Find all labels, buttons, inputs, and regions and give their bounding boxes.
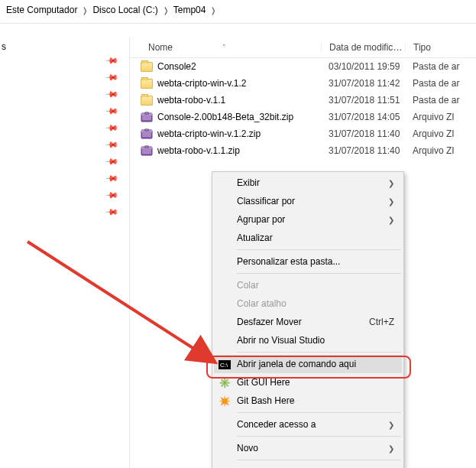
file-date: 31/07/2018 11:42 bbox=[321, 78, 405, 89]
column-headers: Nome ˄ Data de modificaç... Tipo bbox=[130, 37, 476, 58]
chevron-right-icon: ❯ bbox=[388, 197, 394, 206]
ctx-agrupar[interactable]: Agrupar por❯ bbox=[214, 210, 402, 229]
quick-access-item[interactable]: 📌 bbox=[0, 203, 129, 220]
ctx-abrir-vs[interactable]: Abrir no Visual Studio bbox=[214, 331, 402, 349]
file-type: Pasta de ar bbox=[405, 78, 476, 89]
file-type: Arquivo ZI bbox=[405, 145, 476, 156]
chevron-right-icon: ❯ bbox=[388, 179, 394, 187]
ctx-colar: Colar bbox=[214, 276, 402, 294]
pin-icon: 📌 bbox=[104, 171, 118, 185]
column-name[interactable]: Nome ˄ bbox=[130, 42, 321, 53]
file-type: Pasta de ar bbox=[405, 61, 476, 72]
chevron-right-icon: ❯ bbox=[388, 216, 394, 224]
breadcrumb-seg-1[interactable]: Este Computador bbox=[3, 5, 80, 15]
file-date: 31/07/2018 14:05 bbox=[321, 112, 405, 122]
column-name-label: Nome bbox=[148, 42, 173, 53]
cmd-icon: C:\ bbox=[219, 358, 231, 370]
divider bbox=[0, 23, 476, 24]
quick-access-item[interactable]: 📌 bbox=[0, 170, 129, 187]
file-name: webta-cripto-win-v.1.2.zip bbox=[157, 128, 261, 139]
pin-icon: 📌 bbox=[104, 70, 118, 84]
file-date: 31/07/2018 11:40 bbox=[321, 128, 405, 139]
separator bbox=[237, 436, 401, 437]
pin-icon: 📌 bbox=[104, 86, 118, 101]
svg-rect-2 bbox=[145, 112, 148, 114]
file-name: Console2 bbox=[157, 61, 196, 72]
pin-icon: 📌 bbox=[104, 154, 118, 168]
pin-icon: 📌 bbox=[104, 103, 118, 118]
pin-icon: 📌 bbox=[104, 187, 118, 202]
context-menu: Exibir❯ Classificar por❯ Agrupar por❯ At… bbox=[212, 171, 404, 468]
quick-access-item[interactable]: 📌 bbox=[0, 153, 129, 170]
git-icon: ✴️ bbox=[219, 395, 231, 407]
quick-access-item[interactable]: 📌 bbox=[0, 119, 129, 136]
keyboard-shortcut: Ctrl+Z bbox=[369, 317, 394, 327]
file-type: Pasta de ar bbox=[405, 95, 476, 106]
chevron-right-icon: ❭ bbox=[209, 6, 218, 15]
quick-access-item[interactable]: 📌 bbox=[0, 136, 129, 153]
ctx-abrir-cmd[interactable]: C:\Abrir janela de comando aqui bbox=[214, 355, 402, 373]
ctx-propriedades[interactable]: Propriedades bbox=[214, 463, 402, 468]
file-name: webta-robo-v.1.1.zip bbox=[157, 145, 240, 156]
column-type[interactable]: Tipo bbox=[405, 42, 476, 53]
table-row[interactable]: Console203/10/2011 19:59Pasta de ar bbox=[130, 58, 476, 75]
ctx-personalizar[interactable]: Personalizar esta pasta... bbox=[214, 252, 402, 271]
sort-indicator-icon: ˄ bbox=[222, 44, 226, 51]
ctx-classificar[interactable]: Classificar por❯ bbox=[214, 192, 402, 210]
folder-icon bbox=[141, 96, 153, 106]
breadcrumb-seg-3[interactable]: Temp04 bbox=[170, 5, 209, 15]
table-row[interactable]: webta-cripto-win-v.1.2.zip31/07/2018 11:… bbox=[130, 125, 476, 142]
ctx-conceder[interactable]: Conceder acesso a❯ bbox=[214, 415, 402, 434]
breadcrumb-seg-2[interactable]: Disco Local (C:) bbox=[89, 5, 160, 15]
ctx-exibir[interactable]: Exibir❯ bbox=[214, 174, 402, 192]
folder-icon bbox=[141, 79, 153, 89]
file-name: webta-robo-v.1.1 bbox=[157, 95, 225, 106]
file-date: 03/10/2011 19:59 bbox=[321, 61, 405, 72]
file-type: Arquivo ZI bbox=[405, 128, 476, 139]
pin-icon: 📌 bbox=[104, 120, 118, 135]
pin-icon: 📌 bbox=[104, 204, 118, 219]
separator bbox=[237, 460, 401, 460]
table-row[interactable]: webta-robo-v.1.1.zip31/07/2018 11:40Arqu… bbox=[130, 142, 476, 159]
table-row[interactable]: webta-cripto-win-v.1.231/07/2018 11:42Pa… bbox=[130, 75, 476, 92]
file-name: Console-2.00b148-Beta_32bit.zip bbox=[157, 112, 293, 122]
quick-access-item[interactable]: 📌 bbox=[0, 52, 129, 69]
ctx-git-bash[interactable]: ✴️Git Bash Here bbox=[214, 392, 402, 410]
svg-rect-5 bbox=[145, 129, 148, 131]
breadcrumb[interactable]: Este Computador ❭ Disco Local (C:) ❭ Tem… bbox=[0, 0, 476, 23]
separator bbox=[237, 352, 401, 353]
archive-icon bbox=[141, 128, 153, 140]
folder-icon bbox=[141, 62, 153, 72]
chevron-right-icon: ❭ bbox=[80, 6, 89, 15]
column-date[interactable]: Data de modificaç... bbox=[321, 42, 405, 53]
separator bbox=[237, 412, 401, 413]
ctx-desfazer[interactable]: Desfazer MoverCtrl+Z bbox=[214, 313, 402, 331]
quick-access-item[interactable]: 📌 bbox=[0, 69, 129, 86]
ctx-novo[interactable]: Novo❯ bbox=[214, 439, 402, 457]
table-row[interactable]: webta-robo-v.1.131/07/2018 11:51Pasta de… bbox=[130, 92, 476, 109]
ctx-colar-atalho: Colar atalho bbox=[214, 294, 402, 313]
archive-icon bbox=[141, 145, 153, 157]
chevron-right-icon: ❯ bbox=[388, 421, 394, 429]
quick-access-sidebar: s 📌 📌 📌 📌 📌 📌 📌 📌 📌 📌 bbox=[0, 37, 130, 468]
archive-icon bbox=[141, 111, 153, 123]
git-icon: ✳️ bbox=[219, 376, 231, 388]
file-date: 31/07/2018 11:51 bbox=[321, 95, 405, 106]
file-type: Arquivo ZI bbox=[405, 112, 476, 122]
file-name: webta-cripto-win-v.1.2 bbox=[157, 78, 246, 89]
table-row[interactable]: Console-2.00b148-Beta_32bit.zip31/07/201… bbox=[130, 109, 476, 125]
quick-access-item[interactable]: 📌 bbox=[0, 102, 129, 119]
file-date: 31/07/2018 11:40 bbox=[321, 145, 405, 156]
separator bbox=[237, 249, 401, 250]
separator bbox=[237, 273, 401, 274]
pin-icon: 📌 bbox=[104, 137, 118, 151]
quick-access-item[interactable]: 📌 bbox=[0, 187, 129, 203]
sidebar-label-trunc: s bbox=[0, 41, 129, 52]
pin-icon: 📌 bbox=[104, 53, 118, 67]
svg-rect-8 bbox=[145, 146, 148, 148]
quick-access-item[interactable]: 📌 bbox=[0, 86, 129, 102]
chevron-right-icon: ❯ bbox=[388, 444, 394, 453]
chevron-right-icon: ❭ bbox=[161, 6, 170, 15]
ctx-git-gui[interactable]: ✳️Git GUI Here bbox=[214, 373, 402, 392]
ctx-atualizar[interactable]: Atualizar bbox=[214, 229, 402, 247]
